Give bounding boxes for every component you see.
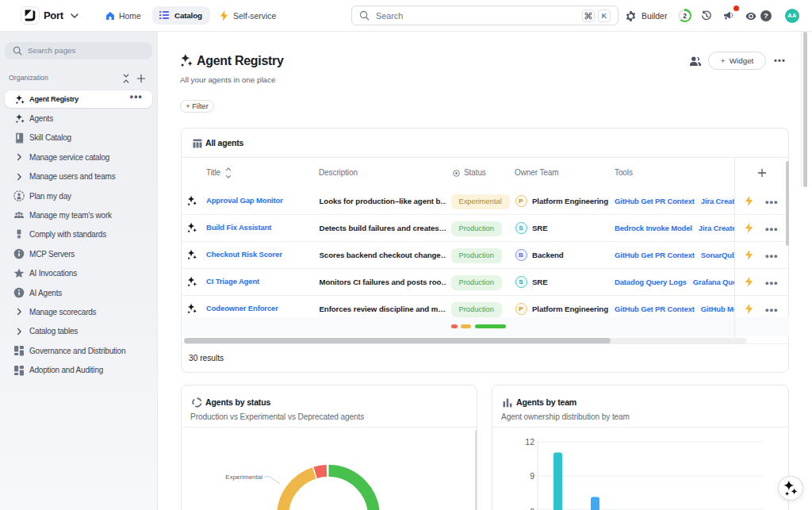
svg-text:9: 9 (530, 471, 534, 481)
svg-text:12: 12 (525, 437, 534, 447)
svg-text:6: 6 (530, 507, 534, 510)
svg-text:Experimental: Experimental (225, 474, 262, 481)
